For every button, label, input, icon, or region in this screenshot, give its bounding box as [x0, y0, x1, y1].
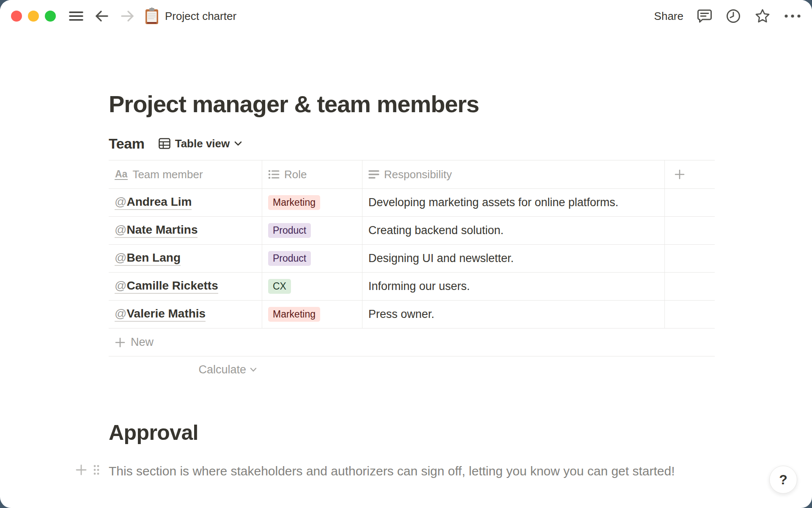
clipboard-icon [144, 7, 160, 25]
page-title: Project manager & team members [109, 90, 715, 118]
chevron-down-icon [234, 141, 242, 146]
person-mention[interactable]: @Nate Martins [115, 223, 198, 238]
person-mention[interactable]: @Valerie Mathis [115, 307, 206, 322]
sidebar-menu-button[interactable] [69, 10, 84, 22]
cell-team-member[interactable]: @Camille Ricketts [109, 273, 262, 300]
cell-role[interactable]: Marketing [262, 189, 362, 216]
cell-extra[interactable] [665, 189, 715, 216]
text-property-icon [368, 169, 379, 180]
cell-extra[interactable] [665, 245, 715, 272]
cell-role[interactable]: Product [262, 217, 362, 244]
star-icon [754, 8, 771, 24]
table-header-row: Aa Team member Role [109, 160, 715, 189]
cell-responsibility[interactable]: Creating backend solution. [362, 217, 665, 244]
cell-role[interactable]: Product [262, 245, 362, 272]
question-mark-icon: ? [779, 472, 787, 488]
table-row: @Camille Ricketts CX Informing our users… [109, 273, 715, 301]
cell-team-member[interactable]: @Valerie Mathis [109, 301, 262, 328]
approval-paragraph[interactable]: This section is where stakeholders and a… [109, 461, 709, 480]
close-window-button[interactable] [11, 11, 22, 22]
cell-extra[interactable] [665, 301, 715, 328]
window-titlebar: Project charter Share [0, 0, 812, 32]
role-tag: Product [268, 223, 311, 238]
share-button[interactable]: Share [654, 10, 683, 23]
table-view-switcher[interactable]: Table view [158, 137, 243, 150]
column-header-responsibility[interactable]: Responsibility [362, 160, 665, 188]
calculate-button[interactable]: Calculate [109, 356, 262, 383]
clock-icon [726, 8, 741, 24]
forward-button[interactable] [120, 10, 134, 22]
table-row: @Nate Martins Product Creating backend s… [109, 217, 715, 245]
cell-role[interactable]: CX [262, 273, 362, 300]
role-tag: Marketing [268, 307, 320, 322]
table-view-icon [158, 137, 171, 150]
cell-role[interactable]: Marketing [262, 301, 362, 328]
role-tag: Product [268, 251, 311, 266]
add-column-button[interactable] [665, 160, 715, 188]
back-arrow-icon [95, 10, 109, 22]
page-title-breadcrumb: Project charter [165, 10, 236, 23]
traffic-lights [11, 11, 56, 22]
team-table: Aa Team member Role [109, 160, 715, 383]
more-options-button[interactable] [784, 14, 801, 18]
cell-team-member[interactable]: @Ben Lang [109, 245, 262, 272]
cell-responsibility[interactable]: Press owner. [362, 301, 665, 328]
favorite-button[interactable] [754, 8, 771, 24]
cell-extra[interactable] [665, 273, 715, 300]
select-property-icon [268, 169, 280, 180]
table-row: @Ben Lang Product Designing UI and newsl… [109, 245, 715, 273]
comment-icon [697, 9, 712, 23]
comments-button[interactable] [697, 9, 712, 23]
notion-window: Project charter Share [0, 0, 812, 508]
cell-responsibility[interactable]: Designing UI and newsletter. [362, 245, 665, 272]
person-mention[interactable]: @Andrea Lim [115, 195, 192, 210]
zoom-window-button[interactable] [45, 11, 56, 22]
role-tag: Marketing [268, 195, 320, 210]
back-button[interactable] [95, 10, 109, 22]
minimize-window-button[interactable] [28, 11, 39, 22]
add-block-button[interactable] [75, 464, 88, 476]
hamburger-icon [69, 10, 84, 22]
cell-team-member[interactable]: @Nate Martins [109, 217, 262, 244]
plus-icon [674, 169, 685, 180]
forward-arrow-icon [120, 10, 134, 22]
drag-handle-icon[interactable] [93, 464, 100, 475]
person-mention[interactable]: @Ben Lang [115, 251, 181, 266]
column-header-team-member[interactable]: Aa Team member [109, 160, 262, 188]
new-row-button[interactable]: New [109, 329, 715, 356]
cell-team-member[interactable]: @Andrea Lim [109, 189, 262, 216]
approval-section-heading: Approval [109, 420, 715, 445]
cell-responsibility[interactable]: Informing our users. [362, 273, 665, 300]
history-button[interactable] [726, 8, 741, 24]
column-header-role[interactable]: Role [262, 160, 362, 188]
breadcrumb[interactable]: Project charter [144, 7, 236, 25]
view-label: Table view [175, 137, 230, 150]
table-row: @Valerie Mathis Marketing Press owner. [109, 301, 715, 329]
team-section-heading: Team [109, 135, 145, 152]
role-tag: CX [268, 279, 291, 294]
title-property-icon: Aa [115, 169, 128, 180]
help-button[interactable]: ? [769, 466, 797, 494]
person-mention[interactable]: @Camille Ricketts [115, 279, 218, 294]
ellipsis-icon [784, 14, 801, 18]
table-row: @Andrea Lim Marketing Developing marketi… [109, 189, 715, 217]
chevron-down-icon [250, 367, 257, 373]
plus-icon [115, 337, 126, 348]
cell-responsibility[interactable]: Developing marketing assets for online p… [362, 189, 665, 216]
cell-extra[interactable] [665, 217, 715, 244]
paragraph-block: This section is where stakeholders and a… [109, 461, 709, 480]
